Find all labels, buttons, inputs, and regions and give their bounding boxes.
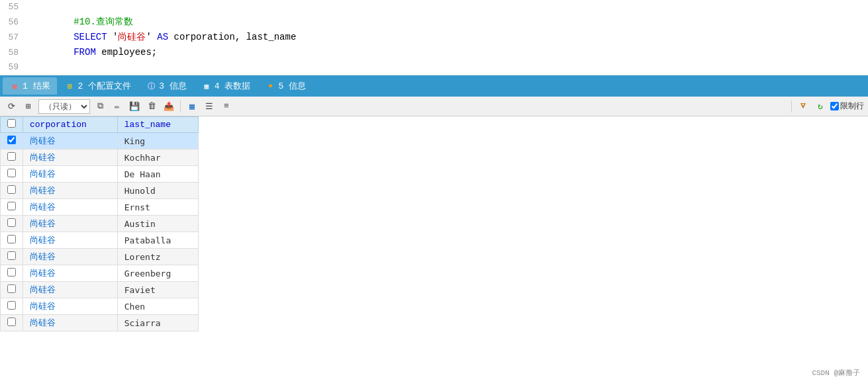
table-row[interactable]: 尚硅谷Ernst — [1, 199, 199, 216]
limit-row-container: 限制行 — [830, 101, 864, 112]
cell-lastname: Faviet — [117, 282, 198, 298]
cell-corporation: 尚硅谷 — [23, 183, 118, 199]
readonly-select[interactable]: （只读） — [38, 99, 90, 114]
table-row[interactable]: 尚硅谷Pataballa — [1, 232, 199, 249]
row-checkbox[interactable] — [7, 251, 16, 260]
line-content: #10.查询常数 — [24, 15, 133, 29]
cell-lastname: Ernst — [117, 199, 198, 216]
table-row[interactable]: 尚硅谷Kochhar — [1, 149, 199, 166]
line-number: 55 — [0, 0, 24, 15]
cell-corporation: 尚硅谷 — [23, 249, 118, 265]
line-number: 57 — [0, 30, 24, 45]
row-checkbox[interactable] — [7, 301, 16, 310]
cell-corporation: 尚硅谷 — [23, 216, 118, 232]
cell-corporation: 尚硅谷 — [23, 166, 118, 183]
table-row[interactable]: 尚硅谷Lorentz — [1, 249, 199, 265]
cell-lastname: Pataballa — [117, 232, 198, 249]
tabs-bar: ▦1 结果⊞2 个配置文件ⓘ3 信息▦4 表数据●5 信息 — [0, 75, 868, 97]
toolbar-btn-view-text[interactable]: ≡ — [219, 99, 234, 114]
code-line-56: 56 #10.查询常数 — [0, 15, 868, 30]
line-content: SELECT '尚硅谷' AS corporation, last_name — [24, 30, 296, 44]
toolbar-btn-refresh[interactable]: ⟳ — [4, 99, 19, 114]
code-line-58: 58 FROM employees; — [0, 45, 868, 60]
cell-lastname: Austin — [117, 216, 198, 232]
cell-corporation: 尚硅谷 — [23, 199, 118, 216]
table-row[interactable]: 尚硅谷Sciarra — [1, 315, 199, 331]
toolbar-btn-edit[interactable]: ✏ — [110, 99, 124, 114]
cell-corporation: 尚硅谷 — [23, 149, 118, 166]
toolbar: ⟳ ⊞ （只读） ⧉ ✏ 💾 🗑 📤 ▦ ☰ ≡ ⛛ ↻ 限制行 — [0, 97, 868, 116]
table-body: 尚硅谷King尚硅谷Kochhar尚硅谷De Haan尚硅谷Hunold尚硅谷E… — [1, 133, 199, 331]
cell-lastname: King — [117, 133, 198, 149]
row-checkbox[interactable] — [7, 268, 16, 277]
tab-table-icon: ▦ — [201, 81, 212, 91]
toolbar-btn-grid[interactable]: ⊞ — [21, 99, 36, 114]
toolbar-btn-view-grid[interactable]: ▦ — [185, 99, 199, 114]
tab-result[interactable]: ▦1 结果 — [3, 77, 57, 95]
row-checkbox-cell — [1, 183, 23, 199]
result-table-area: corporation last_name 尚硅谷King尚硅谷Kochhar尚… — [0, 116, 868, 331]
row-checkbox-cell — [1, 315, 23, 331]
row-checkbox[interactable] — [7, 202, 16, 210]
toolbar-btn-export[interactable]: 📤 — [162, 99, 176, 114]
tab-config[interactable]: ⊞2 个配置文件 — [58, 77, 138, 95]
row-checkbox[interactable] — [7, 235, 16, 243]
tab-data[interactable]: ●5 信息 — [258, 77, 313, 95]
row-checkbox[interactable] — [7, 318, 16, 326]
tab-data-icon: ● — [265, 81, 275, 91]
cell-corporation: 尚硅谷 — [23, 298, 118, 315]
row-checkbox-cell — [1, 133, 23, 149]
table-row[interactable]: 尚硅谷Greenberg — [1, 265, 199, 282]
cell-lastname: Greenberg — [117, 265, 198, 282]
limit-row-checkbox[interactable] — [830, 102, 839, 110]
row-checkbox-cell — [1, 265, 23, 282]
toolbar-btn-reorder[interactable]: ↻ — [813, 99, 828, 114]
table-row[interactable]: 尚硅谷Chen — [1, 298, 199, 315]
table-row[interactable]: 尚硅谷Austin — [1, 216, 199, 232]
table-row[interactable]: 尚硅谷De Haan — [1, 166, 199, 183]
tab-info[interactable]: ⓘ3 信息 — [139, 77, 193, 95]
tab-table-label: 4 表数据 — [215, 80, 251, 92]
cell-corporation: 尚硅谷 — [23, 282, 118, 298]
tab-table[interactable]: ▦4 表数据 — [195, 77, 258, 95]
toolbar-btn-filter[interactable]: ⛛ — [796, 99, 810, 114]
toolbar-btn-view-list[interactable]: ☰ — [202, 99, 217, 114]
table-header: corporation last_name — [1, 117, 199, 133]
row-checkbox[interactable] — [7, 218, 16, 227]
select-all-checkbox[interactable] — [7, 119, 16, 128]
tab-result-label: 1 结果 — [23, 80, 50, 92]
toolbar-right: ⛛ ↻ 限制行 — [790, 99, 864, 114]
code-line-57: 57 SELECT '尚硅谷' AS corporation, last_nam… — [0, 30, 868, 45]
toolbar-btn-copy[interactable]: ⧉ — [93, 99, 107, 114]
toolbar-btn-save[interactable]: 💾 — [127, 99, 142, 114]
line-content: FROM employees; — [24, 45, 157, 60]
cell-lastname: Kochhar — [117, 149, 198, 166]
row-checkbox[interactable] — [7, 185, 16, 194]
toolbar-sep2 — [791, 101, 792, 112]
row-checkbox[interactable] — [7, 152, 16, 161]
col-header-corporation[interactable]: corporation — [23, 117, 118, 133]
cell-corporation: 尚硅谷 — [23, 232, 118, 249]
tab-config-icon: ⊞ — [65, 81, 75, 91]
toolbar-btn-delete[interactable]: 🗑 — [144, 99, 159, 114]
line-number: 58 — [0, 46, 24, 60]
table-row[interactable]: 尚硅谷Hunold — [1, 183, 199, 199]
table-row[interactable]: 尚硅谷King — [1, 133, 199, 149]
row-checkbox[interactable] — [7, 136, 16, 144]
row-checkbox-cell — [1, 298, 23, 315]
tab-data-label: 5 信息 — [278, 80, 306, 92]
tab-info-label: 3 信息 — [159, 80, 187, 92]
tab-config-label: 2 个配置文件 — [78, 80, 132, 92]
code-line-55: 55 — [0, 0, 868, 15]
line-number: 56 — [0, 15, 24, 30]
toolbar-sep1 — [180, 101, 181, 112]
row-checkbox[interactable] — [7, 169, 16, 177]
col-header-checkbox — [1, 117, 23, 133]
code-line-59: 59 — [0, 60, 868, 75]
col-header-lastname[interactable]: last_name — [117, 117, 198, 133]
row-checkbox[interactable] — [7, 284, 16, 293]
cell-corporation: 尚硅谷 — [23, 315, 118, 331]
tab-result-icon: ▦ — [9, 81, 20, 91]
row-checkbox-cell — [1, 232, 23, 249]
table-row[interactable]: 尚硅谷Faviet — [1, 282, 199, 298]
